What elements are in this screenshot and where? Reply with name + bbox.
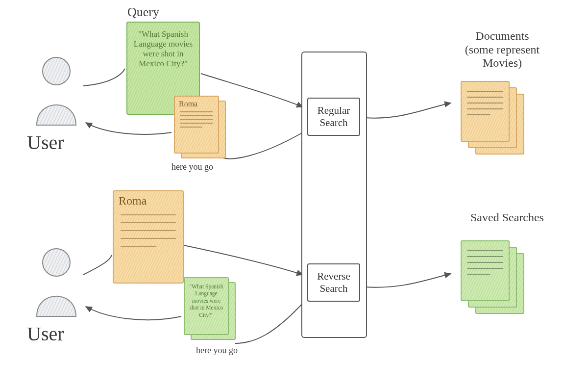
bottom-result-text: "What Spanish Language movies were shot … xyxy=(188,283,225,318)
here-you-go-top: here you go xyxy=(172,162,213,172)
query-header-label: Query xyxy=(127,5,159,20)
documents-header: Documents (some represent Movies) xyxy=(436,29,568,70)
here-you-go-bottom: here you go xyxy=(196,345,238,356)
saved-searches-header: Saved Searches xyxy=(446,211,568,225)
svg-point-2 xyxy=(43,57,70,85)
user-icon-top xyxy=(27,54,86,128)
documents-stack xyxy=(461,81,529,155)
top-result-stack: Roma xyxy=(174,96,228,159)
saved-searches-stack xyxy=(461,240,529,314)
user-icon-bottom xyxy=(27,245,86,319)
roma-input-title: Roma xyxy=(119,194,178,207)
user-label-bottom: User xyxy=(27,323,64,345)
svg-point-5 xyxy=(43,249,70,276)
roma-input-doc: Roma xyxy=(113,190,184,284)
user-label-top: User xyxy=(27,131,64,154)
regular-search-box: Regular Search xyxy=(307,98,360,136)
top-result-title: Roma xyxy=(179,100,215,108)
bottom-result-stack: "What Spanish Language movies were shot … xyxy=(184,277,238,341)
search-engine-column: Regular Search Reverse Search xyxy=(301,52,367,338)
query-text: "What Spanish Language movies were shot … xyxy=(132,29,194,69)
reverse-search-box: Reverse Search xyxy=(307,263,360,302)
